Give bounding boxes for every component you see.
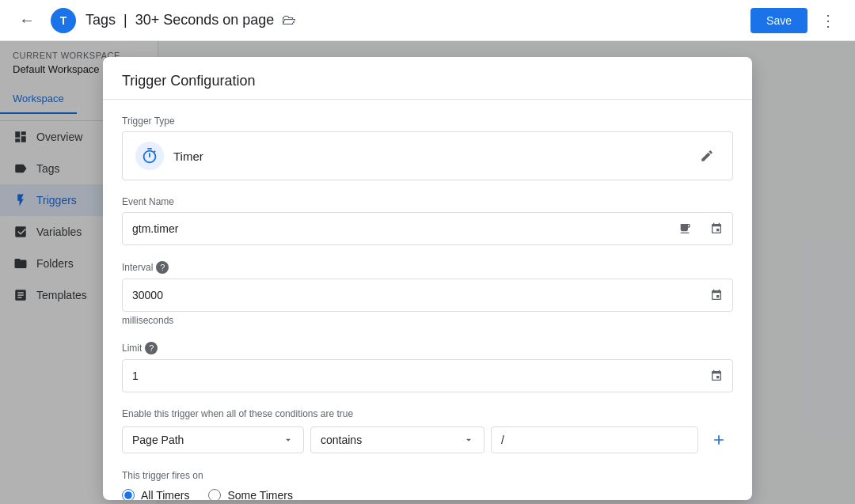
fires-on-label: This trigger fires on bbox=[122, 470, 733, 481]
interval-group: Interval ? milliseconds bbox=[122, 261, 733, 326]
topbar: ← T Tags | 30+ Seconds on page 🗁 Save ⋮ bbox=[0, 0, 855, 41]
limit-input-wrapper bbox=[122, 359, 733, 392]
limit-picker-btn[interactable] bbox=[701, 360, 732, 392]
more-options-button[interactable]: ⋮ bbox=[814, 6, 842, 35]
limit-group: Limit ? bbox=[122, 342, 733, 392]
conditions-label: Enable this trigger when all of these co… bbox=[122, 408, 733, 419]
limit-input[interactable] bbox=[123, 362, 701, 390]
milliseconds-label: milliseconds bbox=[122, 315, 733, 326]
limit-label: Limit bbox=[122, 343, 142, 354]
fires-on-radio-group: All Timers Some Timers bbox=[122, 489, 733, 500]
add-condition-button[interactable] bbox=[705, 426, 733, 454]
interval-help-icon[interactable]: ? bbox=[156, 261, 169, 274]
event-name-input-wrapper bbox=[122, 212, 733, 245]
event-name-input[interactable] bbox=[123, 214, 669, 243]
condition-variable-dropdown[interactable]: Page Path bbox=[122, 426, 304, 453]
event-name-picker-btn[interactable] bbox=[701, 213, 732, 244]
conditions-group: Enable this trigger when all of these co… bbox=[122, 408, 733, 454]
event-name-variable-btn[interactable] bbox=[669, 213, 701, 244]
interval-label: Interval bbox=[122, 262, 153, 273]
condition-operator-dropdown[interactable]: contains bbox=[310, 426, 484, 453]
back-button[interactable]: ← bbox=[13, 6, 41, 35]
timer-icon bbox=[135, 142, 164, 170]
event-name-group: Event Name bbox=[122, 196, 733, 245]
trigger-type-name: Timer bbox=[173, 150, 203, 163]
modal-header: Trigger Configuration bbox=[103, 57, 752, 100]
all-timers-label[interactable]: All Timers bbox=[141, 489, 189, 500]
page-title: Tags | 30+ Seconds on page 🗁 bbox=[86, 12, 741, 28]
modal-title: Trigger Configuration bbox=[122, 73, 733, 89]
interval-picker-btn[interactable] bbox=[701, 279, 732, 311]
trigger-type-inner: Timer bbox=[135, 142, 203, 170]
limit-label-row: Limit ? bbox=[122, 342, 733, 354]
interval-label-row: Interval ? bbox=[122, 261, 733, 274]
limit-help-icon[interactable]: ? bbox=[145, 342, 158, 354]
modal-overlay: Trigger Configuration Trigger Type Timer bbox=[0, 41, 855, 504]
condition-value-input[interactable] bbox=[491, 426, 698, 453]
condition-operator-value: contains bbox=[321, 434, 362, 446]
interval-input-wrapper bbox=[122, 279, 733, 312]
trigger-type-label: Trigger Type bbox=[122, 116, 733, 127]
interval-input[interactable] bbox=[123, 281, 701, 309]
fires-on-group: This trigger fires on All Timers Some Ti… bbox=[122, 470, 733, 500]
some-timers-radio[interactable] bbox=[208, 489, 221, 500]
event-name-label: Event Name bbox=[122, 196, 733, 207]
condition-variable-value: Page Path bbox=[132, 434, 184, 446]
edit-trigger-type-button[interactable] bbox=[694, 143, 720, 169]
all-timers-radio-item[interactable]: All Timers bbox=[122, 489, 189, 500]
more-icon: ⋮ bbox=[820, 11, 836, 30]
topbar-actions: Save ⋮ bbox=[750, 6, 842, 35]
save-button[interactable]: Save bbox=[750, 8, 808, 33]
some-timers-label[interactable]: Some Timers bbox=[227, 489, 292, 500]
app-logo: T bbox=[51, 8, 76, 33]
back-icon: ← bbox=[19, 11, 35, 29]
folder-icon: 🗁 bbox=[282, 12, 296, 28]
trigger-type-group: Trigger Type Timer bbox=[122, 116, 733, 180]
some-timers-radio-item[interactable]: Some Timers bbox=[208, 489, 292, 500]
trigger-type-selector[interactable]: Timer bbox=[122, 131, 733, 180]
condition-row: Page Path contains bbox=[122, 426, 733, 454]
all-timers-radio[interactable] bbox=[122, 489, 135, 500]
modal-body: Trigger Type Timer Event Name bbox=[103, 100, 752, 500]
trigger-config-modal: Trigger Configuration Trigger Type Timer bbox=[103, 57, 752, 500]
